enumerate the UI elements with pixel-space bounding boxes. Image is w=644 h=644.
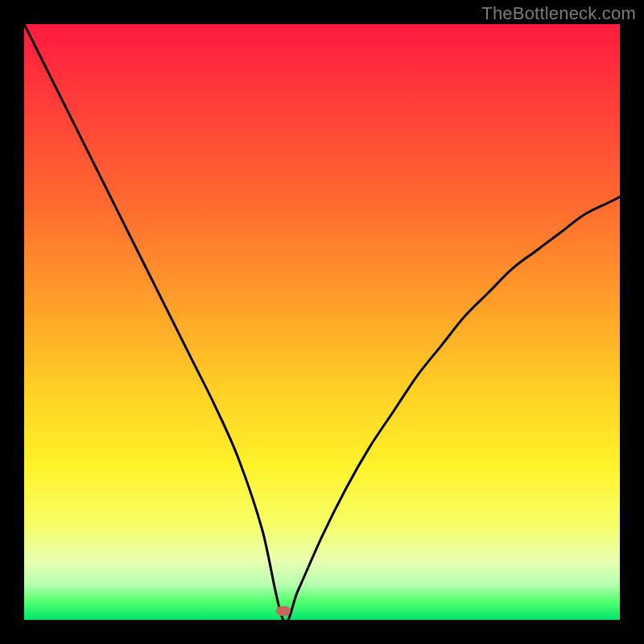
chart-container: TheBottleneck.com <box>0 0 644 644</box>
bottleneck-curve <box>24 24 620 620</box>
plot-area <box>24 24 620 620</box>
optimal-point-marker <box>276 606 291 616</box>
watermark-text: TheBottleneck.com <box>481 3 636 24</box>
curve-path <box>24 24 620 620</box>
